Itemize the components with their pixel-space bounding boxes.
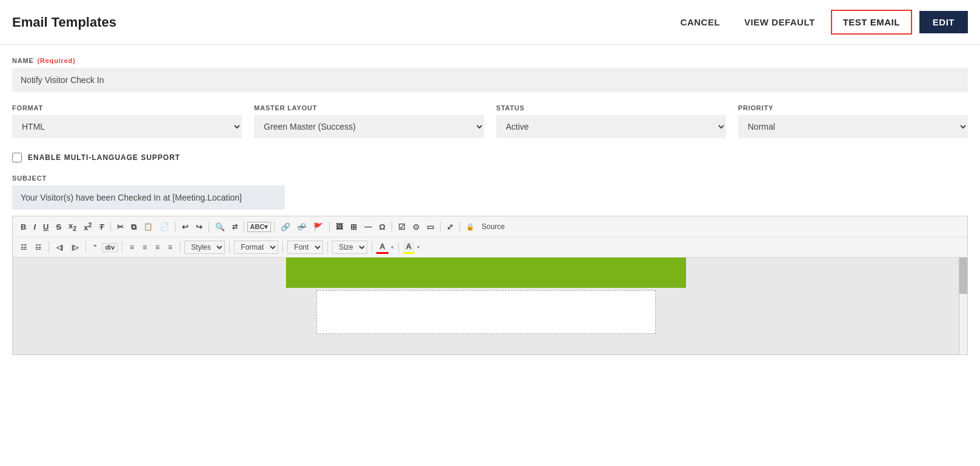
email-content-area	[316, 290, 656, 334]
remove-format-button[interactable]: T	[96, 221, 107, 233]
font-color-button[interactable]: A	[376, 241, 388, 254]
subject-input[interactable]	[12, 185, 285, 210]
status-label: STATUS	[496, 104, 726, 112]
replace-button[interactable]: ⇄	[229, 222, 241, 232]
undo-button[interactable]: ↩	[179, 221, 192, 233]
main-content: NAME (Required) FORMAT HTML Text MASTER …	[0, 45, 980, 355]
ordered-list-button[interactable]: ☷	[18, 242, 30, 253]
toolbar-row-1: B I U S x2 x2 T ✂ ⧉ 📋 📄 ↩ ↪ 🔍 ⇄ ABC▾ 🔗 🔗…	[13, 216, 967, 238]
format-label: FORMAT	[12, 104, 242, 112]
align-left-button[interactable]: ≡	[127, 242, 137, 253]
align-center-button[interactable]: ≡	[139, 242, 150, 253]
email-green-bar	[286, 258, 686, 288]
underline-button[interactable]: U	[40, 221, 52, 233]
format-select-editor[interactable]: Format	[234, 241, 278, 254]
image-button[interactable]: 🖼	[333, 221, 346, 232]
sep15	[282, 242, 283, 253]
multi-lang-label: ENABLE MULTI-LANGUAGE SUPPORT	[28, 153, 180, 162]
editor-wrapper: B I U S x2 x2 T ✂ ⧉ 📋 📄 ↩ ↪ 🔍 ⇄ ABC▾ 🔗 🔗…	[12, 216, 968, 355]
cancel-button[interactable]: CANCEL	[672, 11, 729, 33]
format-dropdown[interactable]: Format	[234, 241, 278, 254]
italic-button[interactable]: I	[30, 221, 39, 233]
hr-button[interactable]: —	[361, 221, 375, 232]
outdent-button[interactable]: ◁|	[53, 242, 66, 253]
field-row: FORMAT HTML Text MASTER LAYOUT Green Mas…	[12, 104, 968, 138]
paste-plain-button[interactable]: 📄	[157, 221, 172, 232]
size-select[interactable]: Size	[332, 241, 367, 254]
name-label: NAME (Required)	[12, 57, 968, 64]
special-char-button[interactable]: Ω	[376, 221, 388, 233]
sep3	[208, 221, 209, 232]
sep11	[85, 242, 86, 253]
cut-button[interactable]: ✂	[114, 221, 127, 233]
blockquote-button[interactable]: "	[90, 242, 99, 253]
format-select[interactable]: HTML Text	[12, 115, 242, 138]
master-layout-label: MASTER LAYOUT	[254, 104, 484, 112]
source-button[interactable]: Source	[479, 221, 508, 233]
bg-color-button[interactable]: A	[403, 241, 415, 254]
table-button[interactable]: ⊞	[347, 221, 360, 233]
toolbar-row-2: ☷ ☷ ◁| |▷ " div ≡ ≡ ≡ ≡ Styles Format	[13, 238, 967, 258]
editor-content-area[interactable]	[13, 258, 967, 354]
sep12	[122, 242, 122, 253]
align-justify-button[interactable]: ≡	[165, 242, 175, 253]
name-input[interactable]	[12, 68, 968, 92]
subscript-button[interactable]: x2	[65, 220, 79, 233]
multi-lang-row: ENABLE MULTI-LANGUAGE SUPPORT	[12, 153, 968, 162]
styles-dropdown[interactable]: Styles	[184, 241, 225, 254]
redo-button[interactable]: ↪	[193, 221, 205, 233]
link-button[interactable]: 🔗	[278, 221, 293, 233]
scrollbar-thumb	[959, 258, 967, 294]
sep8	[440, 221, 441, 232]
font-select[interactable]: Font	[287, 241, 323, 254]
copy-button[interactable]: ⧉	[128, 221, 139, 233]
unlink-button[interactable]: 🔗	[295, 222, 309, 232]
editor-scrollbar[interactable]	[959, 258, 967, 354]
maximize-button[interactable]: ⤢	[444, 221, 456, 233]
priority-label: PRIORITY	[738, 104, 968, 112]
sep18	[398, 242, 399, 253]
sep14	[229, 242, 230, 253]
sep17	[372, 242, 372, 253]
name-field-group: NAME (Required)	[12, 57, 968, 104]
sep5	[274, 221, 275, 232]
master-layout-field-group: MASTER LAYOUT Green Master (Success) Def…	[254, 104, 484, 138]
sep13	[179, 242, 180, 253]
strikethrough-button[interactable]: S	[53, 221, 64, 233]
create-div-button[interactable]: div	[102, 243, 118, 252]
status-field-group: STATUS Active Inactive	[496, 104, 726, 138]
sep10	[48, 242, 49, 253]
paste-button[interactable]: 📋	[141, 221, 156, 232]
spellcheck-button[interactable]: ABC▾	[247, 222, 272, 232]
sep4	[244, 221, 244, 232]
format-field-group: FORMAT HTML Text	[12, 104, 242, 138]
size-dropdown[interactable]: Size	[332, 241, 367, 254]
priority-field-group: PRIORITY Normal High Low	[738, 104, 968, 138]
subject-section: SUBJECT	[12, 175, 968, 210]
find-button[interactable]: 🔍	[212, 221, 228, 233]
page-title: Email Templates	[12, 15, 116, 30]
anchor-button[interactable]: 🚩	[310, 221, 326, 233]
lock-icon[interactable]: 🔒	[463, 222, 478, 232]
superscript-button[interactable]: x2	[81, 220, 95, 233]
radio-button[interactable]: ⊙	[410, 221, 422, 233]
status-select[interactable]: Active Inactive	[496, 115, 726, 138]
sep7	[392, 221, 392, 232]
bold-button[interactable]: B	[18, 221, 29, 233]
unordered-list-button[interactable]: ☷	[32, 242, 44, 253]
header-actions: CANCEL VIEW DEFAULT TEST EMAIL EDIT	[672, 10, 968, 35]
font-dropdown[interactable]: Font	[287, 241, 323, 254]
styles-select[interactable]: Styles	[184, 241, 225, 254]
frame-button[interactable]: ▭	[424, 221, 437, 233]
checkbox-button[interactable]: ☑	[395, 221, 408, 233]
sep6	[329, 221, 330, 232]
sep2	[175, 221, 176, 232]
multi-lang-checkbox[interactable]	[12, 153, 22, 162]
master-layout-select[interactable]: Green Master (Success) Default None	[254, 115, 484, 138]
indent-button[interactable]: |▷	[68, 242, 81, 253]
edit-button[interactable]: EDIT	[919, 11, 968, 33]
test-email-button[interactable]: TEST EMAIL	[831, 10, 912, 35]
align-right-button[interactable]: ≡	[152, 242, 162, 253]
view-default-button[interactable]: VIEW DEFAULT	[736, 11, 824, 33]
priority-select[interactable]: Normal High Low	[738, 115, 968, 138]
